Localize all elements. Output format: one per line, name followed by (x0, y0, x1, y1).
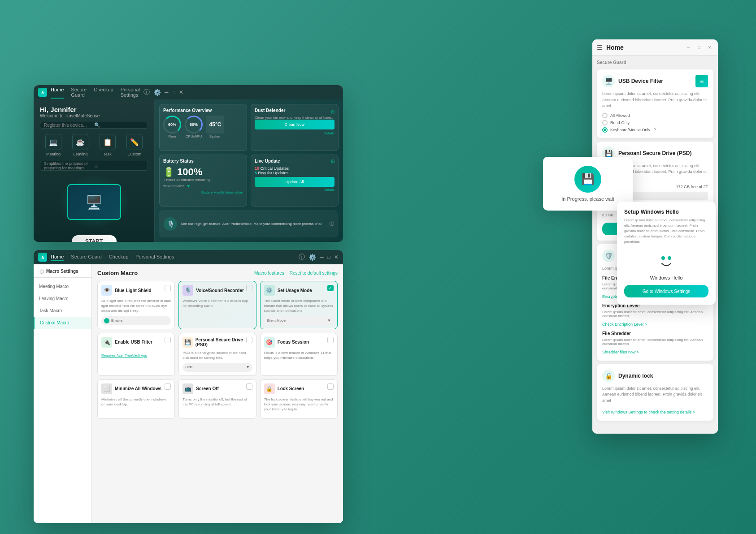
secure-win-controls: ─ □ ✕ (685, 44, 713, 51)
nav-leaving[interactable]: ☕ Leaving (72, 134, 88, 156)
macro-title: Custom Macro (97, 270, 138, 276)
nav-checkup[interactable]: Checkup (94, 86, 113, 99)
macro-nav-checkup[interactable]: Checkup (109, 253, 128, 261)
nav-home[interactable]: Home (51, 86, 64, 99)
lock-screen-check[interactable] (327, 383, 334, 390)
hamburger-icon[interactable]: ☰ (597, 44, 603, 51)
macro-grid: 👁️ Blue Light Shield Blue light shield r… (97, 281, 338, 419)
macro-card-minimize-windows: ⬜ Minimize All Windows Minimizes all the… (97, 379, 175, 419)
update-expand-icon[interactable]: ⊞ (331, 159, 335, 166)
nav-icons: 💻 Meeting ☕ Leaving 📋 Task ✏️ Custom (40, 134, 148, 156)
check-encryption-link[interactable]: Check Encription Level > (602, 322, 647, 327)
psd-select[interactable]: Hide ▼ (182, 363, 252, 372)
sidebar-item-custom-macro[interactable]: Custom Macro (34, 317, 91, 329)
dust-expand-icon[interactable]: ⊞ (331, 109, 335, 114)
sidebar-item-meeting-macro[interactable]: Meeting Macro (34, 280, 91, 293)
critical-updates: 10 Critical Updates (255, 166, 335, 171)
macro-settings-icon[interactable]: ⚙️ (308, 254, 316, 261)
secure-minimize-btn[interactable]: ─ (685, 44, 692, 51)
dust-details-link[interactable]: Details (324, 131, 335, 135)
macro-info-icon[interactable]: ⓘ (299, 253, 305, 261)
psd-check[interactable] (246, 337, 252, 343)
system-label: System (209, 134, 222, 138)
usb-filter-check[interactable] (165, 337, 171, 343)
nav-task[interactable]: 📋 Task (100, 134, 116, 156)
blue-light-icon: 👁️ (101, 285, 112, 296)
main-titlebar: a Home Secure Guard Checkup Personal Set… (34, 85, 343, 99)
shredder-files-link[interactable]: Shredder files now > (602, 350, 639, 354)
banner-icon: 🎙️ (164, 217, 177, 231)
cpu-metric: 60% CPU/GPU (185, 116, 203, 138)
battery-bar: %Selection% ▼ (163, 184, 243, 189)
lock-screen-title: Lock Screen (278, 386, 304, 391)
macro-card-usb-filter: 🔌 Enable USB Filter Requires Acer TrueVa… (97, 333, 175, 376)
usb-list-icon[interactable]: ≡ (695, 75, 708, 87)
ram-label: Ram (169, 134, 176, 138)
custom-icon: ✏️ (126, 134, 143, 150)
update-all-button[interactable]: Update All (255, 177, 335, 187)
secure-maximize-btn[interactable]: □ (695, 44, 703, 51)
clean-now-button[interactable]: Clean Now (255, 120, 335, 129)
maximize-btn[interactable]: □ (172, 89, 175, 95)
reset-defaults-link[interactable]: Reset to default settings (290, 271, 338, 276)
focus-check[interactable] (327, 337, 334, 343)
info-icon[interactable]: ⓘ (143, 88, 150, 96)
voice-recorder-check[interactable] (246, 285, 252, 291)
blue-light-title: Blue Light Shield (115, 288, 152, 293)
blue-light-check[interactable] (165, 285, 171, 291)
start-button[interactable]: START (72, 235, 117, 242)
psd-total-label: 0.1 GB (602, 213, 613, 217)
close-btn[interactable]: ✕ (179, 89, 183, 95)
screen-off-check[interactable] (246, 383, 252, 390)
usb-card-desc: Lorem ipsum dolor sit amet, consectetur … (602, 91, 708, 109)
minimize-windows-check[interactable] (165, 383, 171, 390)
blue-light-toggle[interactable]: Enable (101, 316, 171, 325)
update-details-link[interactable]: Details (324, 188, 335, 192)
encryption-level-section: Encryption Level! Lorem ipsum dolor sit … (602, 303, 708, 327)
search-icon: 🔍 (94, 122, 144, 128)
macro-features-link[interactable]: Macro features (254, 271, 284, 276)
battery-select-icon[interactable]: ▼ (186, 184, 191, 189)
nav-secure-guard[interactable]: Secure Guard (71, 86, 87, 99)
battery-health-link[interactable]: Battery Health Information (201, 190, 243, 194)
macro-nav-secure[interactable]: Secure Guard (71, 253, 101, 261)
dynamic-lock-desc: Lorem ipsum dolor sit amet, consectetur … (602, 386, 708, 404)
search-bar[interactable]: Simplifies the process of preparing for … (40, 161, 148, 171)
nav-personal-settings[interactable]: Personal Settings (121, 86, 140, 99)
nav-meeting[interactable]: 💻 Meeting (45, 134, 61, 156)
usb-filter-title: Enable USB Filter (115, 340, 152, 345)
sidebar-item-task-macro[interactable]: Task Macro (34, 305, 91, 317)
macro-close-btn[interactable]: ✕ (334, 254, 339, 260)
usage-mode-check[interactable]: ✓ (327, 285, 334, 291)
radio-keyboard-mouse[interactable]: Keyboard/Mouse Only ? (602, 127, 708, 133)
go-to-windows-settings-btn[interactable]: Go to Windows Settings (624, 285, 708, 297)
nav-custom[interactable]: ✏️ Custom (126, 134, 143, 156)
macro-minimize-btn[interactable]: ─ (320, 254, 324, 260)
radio-all-allowed[interactable]: All Allowed (602, 113, 708, 118)
secure-close-btn[interactable]: ✕ (706, 44, 713, 51)
illustration-area: 🖥️ START Meting Workflow Details (40, 175, 148, 242)
macro-sidebar-header: ⏱️ Macro Settings (34, 269, 91, 278)
usb-card-icon: 🖥️ (602, 75, 615, 87)
greeting-sub: Welcome to TravelMateSense (40, 113, 148, 118)
usage-mode-select[interactable]: Silent Mode ▼ (264, 316, 334, 325)
keyboard-info-icon[interactable]: ? (654, 127, 656, 132)
usb-filter-link[interactable]: Requires Acer TrueVault App (101, 353, 147, 357)
macro-nav-home[interactable]: Home (51, 253, 64, 261)
macro-maximize-btn[interactable]: □ (327, 254, 330, 260)
sidebar-item-leaving-macro[interactable]: Leaving Macro (34, 293, 91, 305)
psd-location-size: 172 GB free of 2T (676, 185, 708, 189)
macro-nav-settings[interactable]: Personal Settings (135, 253, 174, 261)
settings-icon[interactable]: ⚙️ (153, 89, 161, 96)
register-bar[interactable]: Register this device... 🔍 (40, 122, 148, 129)
radio-read-only[interactable]: Read-Only (602, 120, 708, 125)
minimize-btn[interactable]: ─ (165, 89, 169, 95)
system-metric: 45°C System (206, 116, 224, 138)
macro-card-blue-light: 👁️ Blue Light Shield Blue light shield r… (97, 281, 175, 329)
secure-window-title: Home (606, 44, 685, 51)
macro-body: ⏱️ Macro Settings Meeting Macro Leaving … (34, 264, 343, 523)
banner-close-icon[interactable]: ⓘ (330, 221, 334, 227)
screen-off-icon: 📺 (182, 383, 193, 394)
dynamic-lock-link[interactable]: Visit Windows Settings to check the sett… (602, 410, 695, 414)
main-body: Hi, Jennifer Welcome to TravelMateSense … (34, 99, 343, 242)
